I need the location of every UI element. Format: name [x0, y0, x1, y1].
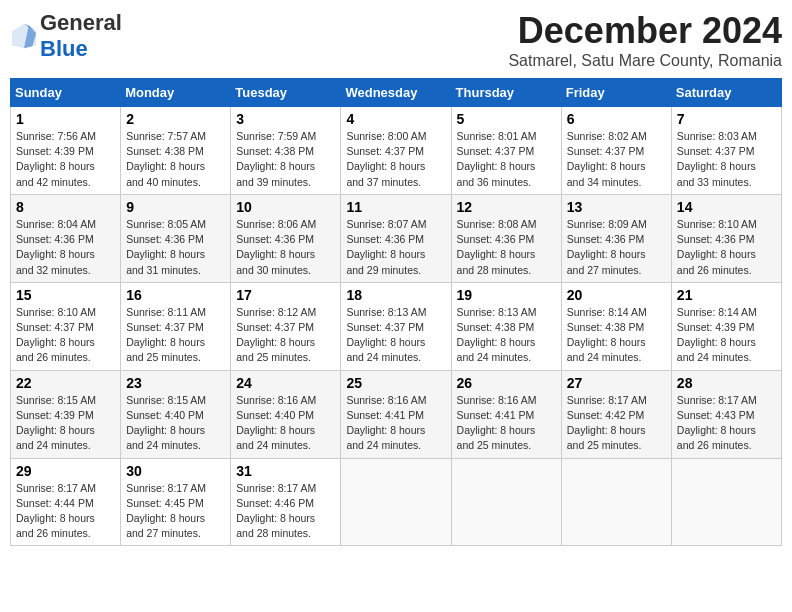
- title-block: December 2024 Satmarel, Satu Mare County…: [508, 10, 782, 70]
- day-number: 28: [677, 375, 776, 391]
- day-cell: 28Sunrise: 8:17 AM Sunset: 4:43 PM Dayli…: [671, 370, 781, 458]
- logo-blue: Blue: [40, 36, 88, 61]
- day-cell: 17Sunrise: 8:12 AM Sunset: 4:37 PM Dayli…: [231, 282, 341, 370]
- day-number: 17: [236, 287, 335, 303]
- header-saturday: Saturday: [671, 79, 781, 107]
- day-number: 3: [236, 111, 335, 127]
- month-title: December 2024: [508, 10, 782, 52]
- day-info: Sunrise: 8:17 AM Sunset: 4:45 PM Dayligh…: [126, 481, 225, 542]
- day-cell: 10Sunrise: 8:06 AM Sunset: 4:36 PM Dayli…: [231, 194, 341, 282]
- day-info: Sunrise: 8:05 AM Sunset: 4:36 PM Dayligh…: [126, 217, 225, 278]
- day-info: Sunrise: 8:17 AM Sunset: 4:42 PM Dayligh…: [567, 393, 666, 454]
- header-monday: Monday: [121, 79, 231, 107]
- day-info: Sunrise: 8:13 AM Sunset: 4:37 PM Dayligh…: [346, 305, 445, 366]
- day-number: 2: [126, 111, 225, 127]
- day-number: 10: [236, 199, 335, 215]
- day-cell: 2Sunrise: 7:57 AM Sunset: 4:38 PM Daylig…: [121, 107, 231, 195]
- day-number: 23: [126, 375, 225, 391]
- day-cell: 11Sunrise: 8:07 AM Sunset: 4:36 PM Dayli…: [341, 194, 451, 282]
- day-info: Sunrise: 8:11 AM Sunset: 4:37 PM Dayligh…: [126, 305, 225, 366]
- day-info: Sunrise: 8:13 AM Sunset: 4:38 PM Dayligh…: [457, 305, 556, 366]
- day-cell: [671, 458, 781, 546]
- day-info: Sunrise: 7:59 AM Sunset: 4:38 PM Dayligh…: [236, 129, 335, 190]
- day-cell: 3Sunrise: 7:59 AM Sunset: 4:38 PM Daylig…: [231, 107, 341, 195]
- day-cell: 21Sunrise: 8:14 AM Sunset: 4:39 PM Dayli…: [671, 282, 781, 370]
- day-cell: 20Sunrise: 8:14 AM Sunset: 4:38 PM Dayli…: [561, 282, 671, 370]
- day-cell: 4Sunrise: 8:00 AM Sunset: 4:37 PM Daylig…: [341, 107, 451, 195]
- day-info: Sunrise: 8:10 AM Sunset: 4:36 PM Dayligh…: [677, 217, 776, 278]
- day-cell: 25Sunrise: 8:16 AM Sunset: 4:41 PM Dayli…: [341, 370, 451, 458]
- day-number: 19: [457, 287, 556, 303]
- day-number: 22: [16, 375, 115, 391]
- day-number: 5: [457, 111, 556, 127]
- day-cell: 1Sunrise: 7:56 AM Sunset: 4:39 PM Daylig…: [11, 107, 121, 195]
- day-cell: 27Sunrise: 8:17 AM Sunset: 4:42 PM Dayli…: [561, 370, 671, 458]
- week-row-4: 22Sunrise: 8:15 AM Sunset: 4:39 PM Dayli…: [11, 370, 782, 458]
- day-number: 4: [346, 111, 445, 127]
- calendar-header-row: SundayMondayTuesdayWednesdayThursdayFrid…: [11, 79, 782, 107]
- day-cell: [561, 458, 671, 546]
- day-info: Sunrise: 8:17 AM Sunset: 4:46 PM Dayligh…: [236, 481, 335, 542]
- day-cell: 7Sunrise: 8:03 AM Sunset: 4:37 PM Daylig…: [671, 107, 781, 195]
- location-subtitle: Satmarel, Satu Mare County, Romania: [508, 52, 782, 70]
- day-cell: 15Sunrise: 8:10 AM Sunset: 4:37 PM Dayli…: [11, 282, 121, 370]
- day-info: Sunrise: 8:16 AM Sunset: 4:41 PM Dayligh…: [457, 393, 556, 454]
- day-cell: 19Sunrise: 8:13 AM Sunset: 4:38 PM Dayli…: [451, 282, 561, 370]
- logo: General Blue: [10, 10, 122, 62]
- day-cell: 5Sunrise: 8:01 AM Sunset: 4:37 PM Daylig…: [451, 107, 561, 195]
- day-number: 1: [16, 111, 115, 127]
- day-number: 26: [457, 375, 556, 391]
- day-info: Sunrise: 8:17 AM Sunset: 4:43 PM Dayligh…: [677, 393, 776, 454]
- day-number: 31: [236, 463, 335, 479]
- week-row-2: 8Sunrise: 8:04 AM Sunset: 4:36 PM Daylig…: [11, 194, 782, 282]
- day-number: 6: [567, 111, 666, 127]
- day-cell: [451, 458, 561, 546]
- header-sunday: Sunday: [11, 79, 121, 107]
- day-number: 21: [677, 287, 776, 303]
- logo-icon: [10, 22, 38, 50]
- day-number: 18: [346, 287, 445, 303]
- day-number: 11: [346, 199, 445, 215]
- day-number: 30: [126, 463, 225, 479]
- day-cell: 24Sunrise: 8:16 AM Sunset: 4:40 PM Dayli…: [231, 370, 341, 458]
- logo-general: General: [40, 10, 122, 36]
- day-cell: 9Sunrise: 8:05 AM Sunset: 4:36 PM Daylig…: [121, 194, 231, 282]
- day-info: Sunrise: 8:16 AM Sunset: 4:41 PM Dayligh…: [346, 393, 445, 454]
- header-friday: Friday: [561, 79, 671, 107]
- day-number: 13: [567, 199, 666, 215]
- day-number: 29: [16, 463, 115, 479]
- day-cell: 16Sunrise: 8:11 AM Sunset: 4:37 PM Dayli…: [121, 282, 231, 370]
- day-number: 24: [236, 375, 335, 391]
- day-number: 14: [677, 199, 776, 215]
- day-info: Sunrise: 8:10 AM Sunset: 4:37 PM Dayligh…: [16, 305, 115, 366]
- day-number: 16: [126, 287, 225, 303]
- day-number: 8: [16, 199, 115, 215]
- day-cell: 30Sunrise: 8:17 AM Sunset: 4:45 PM Dayli…: [121, 458, 231, 546]
- day-info: Sunrise: 8:16 AM Sunset: 4:40 PM Dayligh…: [236, 393, 335, 454]
- day-info: Sunrise: 8:17 AM Sunset: 4:44 PM Dayligh…: [16, 481, 115, 542]
- day-cell: 29Sunrise: 8:17 AM Sunset: 4:44 PM Dayli…: [11, 458, 121, 546]
- logo-text: General Blue: [40, 10, 122, 62]
- header-thursday: Thursday: [451, 79, 561, 107]
- day-info: Sunrise: 7:57 AM Sunset: 4:38 PM Dayligh…: [126, 129, 225, 190]
- day-info: Sunrise: 8:12 AM Sunset: 4:37 PM Dayligh…: [236, 305, 335, 366]
- day-info: Sunrise: 8:04 AM Sunset: 4:36 PM Dayligh…: [16, 217, 115, 278]
- header-tuesday: Tuesday: [231, 79, 341, 107]
- calendar-table: SundayMondayTuesdayWednesdayThursdayFrid…: [10, 78, 782, 546]
- day-info: Sunrise: 8:02 AM Sunset: 4:37 PM Dayligh…: [567, 129, 666, 190]
- day-number: 15: [16, 287, 115, 303]
- day-cell: 13Sunrise: 8:09 AM Sunset: 4:36 PM Dayli…: [561, 194, 671, 282]
- day-info: Sunrise: 8:15 AM Sunset: 4:40 PM Dayligh…: [126, 393, 225, 454]
- week-row-1: 1Sunrise: 7:56 AM Sunset: 4:39 PM Daylig…: [11, 107, 782, 195]
- day-cell: 12Sunrise: 8:08 AM Sunset: 4:36 PM Dayli…: [451, 194, 561, 282]
- day-cell: 8Sunrise: 8:04 AM Sunset: 4:36 PM Daylig…: [11, 194, 121, 282]
- day-info: Sunrise: 8:07 AM Sunset: 4:36 PM Dayligh…: [346, 217, 445, 278]
- day-number: 27: [567, 375, 666, 391]
- day-number: 7: [677, 111, 776, 127]
- day-info: Sunrise: 8:08 AM Sunset: 4:36 PM Dayligh…: [457, 217, 556, 278]
- day-number: 9: [126, 199, 225, 215]
- day-cell: 23Sunrise: 8:15 AM Sunset: 4:40 PM Dayli…: [121, 370, 231, 458]
- day-info: Sunrise: 8:14 AM Sunset: 4:38 PM Dayligh…: [567, 305, 666, 366]
- day-info: Sunrise: 7:56 AM Sunset: 4:39 PM Dayligh…: [16, 129, 115, 190]
- day-cell: 18Sunrise: 8:13 AM Sunset: 4:37 PM Dayli…: [341, 282, 451, 370]
